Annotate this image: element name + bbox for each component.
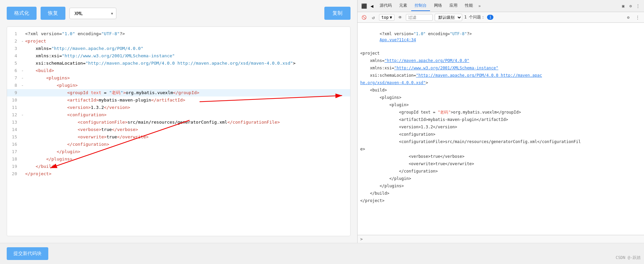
console-line: </build> bbox=[360, 190, 641, 197]
more-tabs-icon[interactable]: » bbox=[477, 2, 482, 10]
copy-button[interactable]: 复制 bbox=[324, 7, 351, 20]
console-line: e> bbox=[360, 145, 641, 153]
console-line: <overwrite>true</overwrite> bbox=[360, 160, 641, 168]
code-line-16: 16 </configuration> bbox=[7, 141, 350, 148]
devtools-inspect-icon[interactable]: ◀ bbox=[369, 3, 375, 9]
console-link[interactable]: "http://maven.apache.org/POM/4.0.0" bbox=[384, 58, 469, 63]
code-line-12: 12 - <configuration> bbox=[7, 111, 350, 119]
toolbar-settings-icon[interactable]: ⚙ bbox=[625, 14, 632, 21]
toolbar-more-icon[interactable]: ⋮ bbox=[634, 14, 641, 21]
devtools-toggle-icon[interactable]: ⬛ bbox=[361, 3, 367, 9]
console-line: <plugins> bbox=[360, 94, 641, 101]
code-line-1: 1 <?xml version="1.0" encoding="UTF-8"?> bbox=[7, 30, 350, 38]
issue-badge: 1 bbox=[487, 15, 493, 20]
console-toolbar: 🚫 ↺ top ▼ 👁 默认级别 1 个问题： 1 ⚙ ⋮ bbox=[358, 12, 644, 23]
eye-icon[interactable]: 👁 bbox=[396, 14, 404, 21]
left-panel: 格式化 恢复 XML JSON HTML 复制 1 <?xml version=… bbox=[0, 0, 357, 243]
tab-source[interactable]: 源代码 bbox=[376, 1, 395, 11]
tab-application[interactable]: 应用 bbox=[446, 1, 461, 11]
top-dropdown-arrow: ▼ bbox=[390, 15, 392, 20]
restore-button[interactable]: 恢复 bbox=[41, 7, 65, 20]
settings-icon[interactable]: ⚙ bbox=[627, 3, 634, 9]
console-line: xmlns="http://maven.apache.org/POM/4.0.0… bbox=[360, 57, 641, 64]
tab-console[interactable]: 控制台 bbox=[411, 1, 430, 11]
code-line-15: 15 <overwrite>true</overwrite> bbox=[7, 133, 350, 141]
console-line: <groupId text = "老码">org.mybatis.vuexlm<… bbox=[360, 109, 641, 116]
console-line: <plugin> bbox=[360, 101, 641, 109]
editor-toolbar: 格式化 恢复 XML JSON HTML 复制 bbox=[7, 7, 351, 20]
console-line: <configuration> bbox=[360, 131, 641, 138]
code-line-13: 13 <configurationFile>src/main/resources… bbox=[7, 119, 350, 126]
code-line-19: 19 </build> bbox=[7, 163, 350, 170]
console-link-xsi[interactable]: "http://www.w3.org/2001/XMLSchema-instan… bbox=[394, 66, 498, 70]
top-label: top bbox=[381, 15, 389, 20]
console-line: </configuration> bbox=[360, 168, 641, 175]
code-line-9: 9 <groupId text = "老码">org.mybatis.vuexl… bbox=[7, 89, 350, 96]
console-line: </plugins> bbox=[360, 182, 641, 190]
code-line-17: 17 </plugin> bbox=[7, 148, 350, 155]
code-line-3: 3 xmlns="http://maven.apache.org/POM/4.0… bbox=[7, 45, 350, 52]
code-line-7: 7 - <plugins> bbox=[7, 74, 350, 82]
devtools-tabs: ⬛ ◀ 源代码 元素 控制台 网络 应用 性能 » ▣ ⚙ ⋮ bbox=[358, 0, 644, 12]
console-line: <configurationFile>src/main/resources/ge… bbox=[360, 138, 641, 145]
console-line: <verbose>true</verbose> bbox=[360, 153, 641, 160]
console-link-schema[interactable]: "http://maven.apache.org/POM/4.0.0 http:… bbox=[416, 73, 542, 78]
format-select-wrapper: XML JSON HTML bbox=[69, 8, 116, 19]
bottom-bar: 提交新代码块 bbox=[0, 243, 644, 264]
console-line: </plugin> bbox=[360, 175, 641, 182]
submit-button[interactable]: 提交新代码块 bbox=[7, 247, 48, 260]
console-content[interactable]: <?xml version="1.0" encoding="UTF-8"?> A… bbox=[358, 23, 644, 235]
code-line-14: 14 <verbose>true</verbose> bbox=[7, 126, 350, 133]
watermark: CSDN @-跃踏 bbox=[615, 255, 641, 261]
code-line-20: 20 </project> bbox=[7, 170, 350, 178]
format-button[interactable]: 格式化 bbox=[7, 7, 37, 20]
tab-elements[interactable]: 元素 bbox=[396, 1, 411, 11]
refresh-icon[interactable]: ↺ bbox=[370, 14, 377, 21]
devtools-panel: ⬛ ◀ 源代码 元素 控制台 网络 应用 性能 » ▣ ⚙ ⋮ 🚫 ↺ top … bbox=[357, 0, 644, 243]
console-footer: > bbox=[358, 235, 644, 243]
console-line: <?xml version="1.0" encoding="UTF-8"?> A… bbox=[360, 24, 641, 50]
more-options-icon[interactable]: ⋮ bbox=[635, 3, 641, 9]
console-line: <project bbox=[360, 50, 641, 57]
level-dropdown[interactable]: 默认级别 bbox=[435, 14, 462, 21]
panel-icon-1[interactable]: ▣ bbox=[620, 3, 627, 9]
console-line: xsi:schemaLocation="http://maven.apache.… bbox=[360, 72, 641, 79]
code-editor[interactable]: 1 <?xml version="1.0" encoding="UTF-8"?>… bbox=[7, 26, 351, 236]
file-link[interactable]: App.vue?11c4:34 bbox=[380, 38, 416, 42]
code-line-18: 18 </plugins> bbox=[7, 155, 350, 163]
console-link-cont[interactable]: he.org/xsd/maven-4.0.0.xsd" bbox=[360, 80, 426, 85]
tab-network[interactable]: 网络 bbox=[431, 1, 445, 11]
code-line-5: 5 xsi:schemaLocation="http://maven.apach… bbox=[7, 60, 350, 67]
issue-count-label: 1 个问题： bbox=[464, 14, 485, 20]
code-line-11: 11 <version>1.3.2</version> bbox=[7, 104, 350, 111]
code-line-10: 10 <artifactId>mybatis-maven-plugin</art… bbox=[7, 96, 350, 104]
code-line-4: 4 xmlns:xsi="http://www.w3.org/2001/XMLS… bbox=[7, 52, 350, 60]
code-line-8: 8 - <plugin> bbox=[7, 82, 350, 89]
console-line: <build> bbox=[360, 86, 641, 94]
console-line: xmlns:xsi="http://www.w3.org/2001/XMLSch… bbox=[360, 64, 641, 72]
tab-performance[interactable]: 性能 bbox=[462, 1, 476, 11]
filter-input[interactable] bbox=[406, 14, 433, 21]
console-line: he.org/xsd/maven-4.0.0.xsd"> bbox=[360, 79, 641, 86]
console-line: </project> bbox=[360, 197, 641, 204]
console-line: <version>1.3.2</version> bbox=[360, 123, 641, 131]
code-line-2: 2 - <project bbox=[7, 38, 350, 45]
top-dropdown[interactable]: top ▼ bbox=[379, 14, 394, 21]
format-select[interactable]: XML JSON HTML bbox=[69, 8, 116, 19]
code-line-6: 6 - <build> bbox=[7, 67, 350, 74]
block-icon[interactable]: 🚫 bbox=[360, 14, 368, 21]
footer-arrow-icon[interactable]: > bbox=[360, 237, 363, 242]
console-line: <artifactId>mybatis-maven-plugin</artifa… bbox=[360, 116, 641, 123]
